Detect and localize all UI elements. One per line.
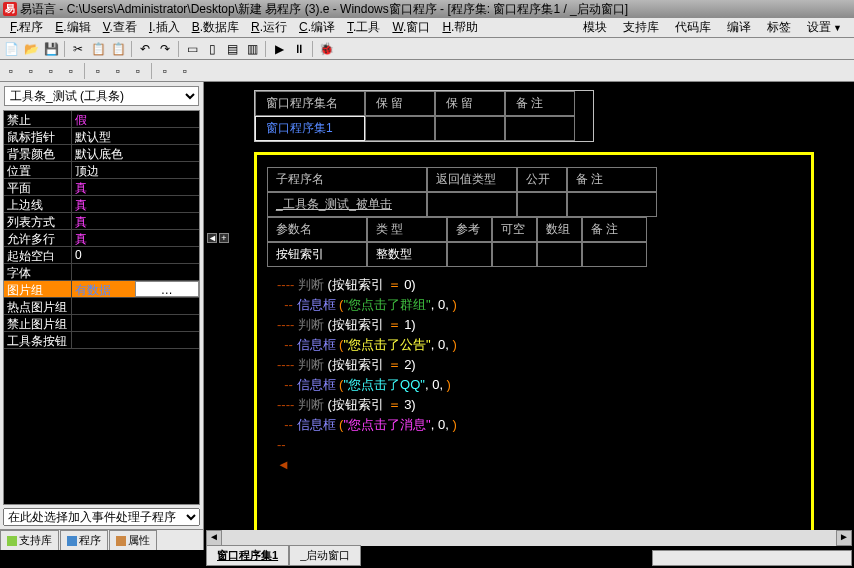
code-line[interactable]: ◄ <box>267 455 801 475</box>
menu-item[interactable]: H.帮助 <box>436 20 484 34</box>
align4-button[interactable]: ▫ <box>62 62 80 80</box>
sub-header: 子程序名 <box>267 167 427 192</box>
open-button[interactable]: 📂 <box>22 40 40 58</box>
menu-item[interactable]: V.查看 <box>97 20 143 34</box>
property-row[interactable]: 工具条按钮 <box>4 332 199 349</box>
align6-button[interactable]: ▫ <box>109 62 127 80</box>
run-button[interactable]: ▶ <box>270 40 288 58</box>
chevron-down-icon: ▼ <box>833 23 842 33</box>
redo-button[interactable]: ↷ <box>156 40 174 58</box>
code-line[interactable]: -- 信息框 ("您点击了群组", 0, ) <box>267 295 801 315</box>
tab-support-lib[interactable]: 支持库 <box>0 530 59 550</box>
settings-menu[interactable]: 设置▼ <box>799 19 850 36</box>
paste-button[interactable]: 📋 <box>109 40 127 58</box>
property-value[interactable]: 默认底色 <box>72 145 199 161</box>
align3-button[interactable]: ▫ <box>42 62 60 80</box>
tab-startup-window[interactable]: _启动窗口 <box>289 545 361 566</box>
property-row[interactable]: 位置顶边 <box>4 162 199 179</box>
menu-right-item[interactable]: 标签 <box>759 20 799 34</box>
align1-button[interactable]: ▫ <box>2 62 20 80</box>
align2-button[interactable]: ▫ <box>22 62 40 80</box>
property-value[interactable]: 有数据 <box>72 281 135 297</box>
menu-item[interactable]: W.窗口 <box>386 20 436 34</box>
property-row[interactable]: 背景颜色默认底色 <box>4 145 199 162</box>
property-row[interactable]: 图片组有数据… <box>4 281 199 298</box>
tab-assembly[interactable]: 窗口程序集1 <box>206 545 289 566</box>
layout1-button[interactable]: ▭ <box>183 40 201 58</box>
property-value[interactable]: 0 <box>72 247 199 263</box>
property-value[interactable]: 真 <box>72 213 199 229</box>
property-row[interactable]: 禁止假 <box>4 111 199 128</box>
property-value[interactable] <box>72 298 199 314</box>
property-value[interactable]: 真 <box>72 196 199 212</box>
new-button[interactable]: 📄 <box>2 40 20 58</box>
align7-button[interactable]: ▫ <box>129 62 147 80</box>
property-row[interactable]: 禁止图片组 <box>4 315 199 332</box>
property-row[interactable]: 字体 <box>4 264 199 281</box>
code-line[interactable]: -- 信息框 ("您点击了QQ", 0, ) <box>267 375 801 395</box>
layout2-button[interactable]: ▯ <box>203 40 221 58</box>
align5-button[interactable]: ▫ <box>89 62 107 80</box>
code-line[interactable]: ---- 判断 (按钮索引 ＝ 2) <box>267 355 801 375</box>
menu-item[interactable]: C.编译 <box>293 20 341 34</box>
tab-properties[interactable]: 属性 <box>109 530 157 550</box>
property-value[interactable] <box>72 264 199 280</box>
property-row[interactable]: 上边线真 <box>4 196 199 213</box>
component-select[interactable]: 工具条_测试 (工具条) <box>4 86 199 106</box>
menu-item[interactable]: I.插入 <box>143 20 186 34</box>
property-value[interactable] <box>72 315 199 331</box>
copy-button[interactable]: 📋 <box>89 40 107 58</box>
property-row[interactable]: 鼠标指针默认型 <box>4 128 199 145</box>
code-line[interactable]: -- 信息框 ("您点击了公告", 0, ) <box>267 335 801 355</box>
property-row[interactable]: 起始空白0 <box>4 247 199 264</box>
property-value[interactable]: 真 <box>72 230 199 246</box>
tab-program[interactable]: 程序 <box>60 530 108 550</box>
property-row[interactable]: 允许多行真 <box>4 230 199 247</box>
gutter-controls[interactable]: ◄+ <box>206 232 230 244</box>
scroll-right-arrow[interactable]: ► <box>836 530 852 546</box>
code-line[interactable]: ---- 判断 (按钮索引 ＝ 3) <box>267 395 801 415</box>
menu-item[interactable]: R.运行 <box>245 20 293 34</box>
horizontal-scrollbar[interactable]: ◄ ► <box>206 530 852 546</box>
subroutine-name-link[interactable]: _工具条_测试_被单击 <box>267 192 427 217</box>
property-grid[interactable]: 禁止假鼠标指针默认型背景颜色默认底色位置顶边平面真上边线真列表方式真允许多行真起… <box>3 110 200 505</box>
save-button[interactable]: 💾 <box>42 40 60 58</box>
pause-button[interactable]: ⏸ <box>290 40 308 58</box>
debug-button[interactable]: 🐞 <box>317 40 335 58</box>
property-value[interactable] <box>72 332 199 348</box>
align9-button[interactable]: ▫ <box>176 62 194 80</box>
menu-item[interactable]: E.编辑 <box>49 20 96 34</box>
menu-item[interactable]: F.程序 <box>4 20 49 34</box>
assembly-header-table: 窗口程序集名 保 留 保 留 备 注 窗口程序集1 <box>254 90 594 142</box>
code-line[interactable]: -- 信息框 ("您点击了消息", 0, ) <box>267 415 801 435</box>
cut-button[interactable]: ✂ <box>69 40 87 58</box>
code-line[interactable]: -- <box>267 435 801 455</box>
menu-right-item[interactable]: 编译 <box>719 20 759 34</box>
layout3-button[interactable]: ▤ <box>223 40 241 58</box>
param-type[interactable]: 整数型 <box>367 242 447 267</box>
undo-button[interactable]: ↶ <box>136 40 154 58</box>
menu-item[interactable]: T.工具 <box>341 20 386 34</box>
property-value[interactable]: 假 <box>72 111 199 127</box>
property-row[interactable]: 平面真 <box>4 179 199 196</box>
param-name[interactable]: 按钮索引 <box>267 242 367 267</box>
property-row[interactable]: 热点图片组 <box>4 298 199 315</box>
property-value[interactable]: 真 <box>72 179 199 195</box>
event-select[interactable]: 在此处选择加入事件处理子程序 <box>3 508 200 526</box>
code-line[interactable]: ---- 判断 (按钮索引 ＝ 1) <box>267 315 801 335</box>
code-body[interactable]: ---- 判断 (按钮索引 ＝ 0) -- 信息框 ("您点击了群组", 0, … <box>267 275 801 475</box>
property-value[interactable]: 默认型 <box>72 128 199 144</box>
layout4-button[interactable]: ▥ <box>243 40 261 58</box>
code-line[interactable]: ---- 判断 (按钮索引 ＝ 0) <box>267 275 801 295</box>
menu-right-item[interactable]: 代码库 <box>667 20 719 34</box>
scroll-left-arrow[interactable]: ◄ <box>206 530 222 546</box>
assembly-name-cell[interactable]: 窗口程序集1 <box>255 116 365 141</box>
app-icon: 易 <box>3 2 17 16</box>
property-row[interactable]: 列表方式真 <box>4 213 199 230</box>
menu-right-item[interactable]: 模块 <box>575 20 615 34</box>
menu-item[interactable]: B.数据库 <box>186 20 245 34</box>
property-value[interactable]: 顶边 <box>72 162 199 178</box>
align8-button[interactable]: ▫ <box>156 62 174 80</box>
ellipsis-button[interactable]: … <box>135 281 200 297</box>
menu-right-item[interactable]: 支持库 <box>615 20 667 34</box>
